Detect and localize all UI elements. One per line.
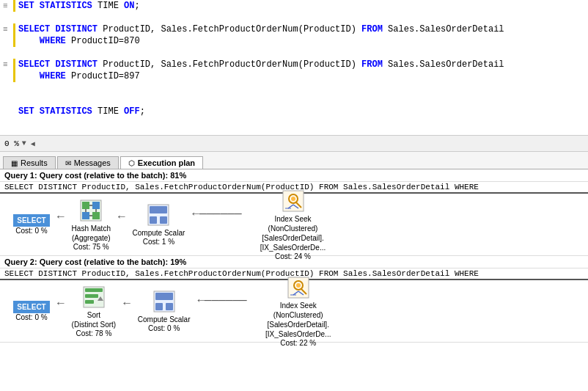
sql-line-4: WHERE ProductID=870 bbox=[0, 35, 588, 47]
sql-line-10: SET STATISTICS TIME OFF; bbox=[0, 106, 588, 117]
sql-text-10: SET STATISTICS TIME OFF; bbox=[18, 106, 585, 117]
line-marker-3: ≡ bbox=[3, 23, 13, 35]
sql-text-7: WHERE ProductID=897 bbox=[18, 70, 585, 82]
messages-icon: ✉ bbox=[65, 159, 71, 167]
results-area: Query 1: Query cost (relative to the bat… bbox=[0, 169, 588, 391]
zoom-dropdown[interactable]: ▼ bbox=[22, 139, 26, 147]
svg-rect-29 bbox=[166, 303, 173, 310]
compute-cost-1: Cost: 1 % bbox=[143, 238, 174, 246]
svg-rect-10 bbox=[150, 206, 167, 213]
compute-label-2: Compute Scalar bbox=[138, 315, 191, 324]
sql-line-empty-4 bbox=[0, 94, 588, 106]
arrow-2b: ← bbox=[123, 297, 131, 325]
index-label-2: Index Seek (NonClustered)[SalesOrderDeta… bbox=[254, 301, 342, 339]
svg-rect-1 bbox=[82, 202, 89, 209]
plan-node-compute-1: Compute Scalar Cost: 1 % bbox=[133, 203, 185, 246]
select-box-2: SELECT bbox=[13, 301, 50, 313]
tab-execution-plan[interactable]: ⬡ Execution plan bbox=[120, 156, 203, 169]
select-cost-2: Cost: 0 % bbox=[15, 313, 47, 321]
sort-label: Sort(Distinct Sort) bbox=[72, 310, 117, 329]
sql-text-4: WHERE ProductID=870 bbox=[18, 35, 585, 47]
plan-node-index-1: Index Seek (NonClustered)[SalesOrderDeta… bbox=[249, 189, 337, 260]
sql-line-empty-2 bbox=[0, 47, 588, 59]
compute-cost-2: Cost: 0 % bbox=[148, 324, 180, 332]
svg-point-16 bbox=[291, 197, 295, 201]
query1-plan: SELECT Cost: 0 % ← bbox=[0, 194, 588, 256]
zoom-percent: 0 % bbox=[4, 139, 19, 148]
sql-text-3: SELECT DISTINCT ProductID, Sales.FetchPr… bbox=[18, 23, 585, 35]
sql-line-empty-1 bbox=[0, 12, 588, 23]
sql-line-7: WHERE ProductID=897 bbox=[0, 70, 588, 82]
arrow-2a: ← bbox=[57, 297, 65, 325]
hash-icon-1 bbox=[79, 199, 103, 222]
arrow-1c: ←—————— bbox=[192, 208, 241, 241]
tab-messages[interactable]: ✉ Messages bbox=[57, 156, 119, 169]
scroll-right-arrow[interactable]: ◀ bbox=[31, 139, 35, 148]
compute-icon-1 bbox=[147, 203, 170, 227]
results-icon: ▦ bbox=[11, 159, 18, 167]
svg-rect-28 bbox=[155, 303, 163, 310]
sql-line-6: ≡ SELECT DISTINCT ProductID, Sales.Fetch… bbox=[0, 59, 588, 70]
plan-node-sort-2: Sort(Distinct Sort) Cost: 78 % bbox=[72, 285, 117, 337]
arrow-1b: ← bbox=[118, 211, 125, 238]
sql-line-3: ≡ SELECT DISTINCT ProductID, Sales.Fetch… bbox=[0, 23, 588, 35]
index-cost-1: Cost: 24 % bbox=[275, 252, 311, 260]
execution-plan-label: Execution plan bbox=[138, 158, 195, 167]
hash-cost-1: Cost: 75 % bbox=[73, 243, 109, 251]
index-cost-2: Cost: 22 % bbox=[280, 339, 316, 347]
line-marker-1: ≡ bbox=[3, 0, 13, 12]
index-icon-2 bbox=[287, 276, 310, 299]
messages-label: Messages bbox=[74, 158, 111, 167]
results-label: Results bbox=[21, 158, 48, 167]
svg-rect-4 bbox=[92, 212, 100, 219]
hash-label-1: Hash Match(Aggregate) bbox=[72, 224, 111, 243]
svg-rect-2 bbox=[92, 202, 100, 209]
sort-cost: Cost: 78 % bbox=[76, 329, 111, 337]
plan-node-index-2: Index Seek (NonClustered)[SalesOrderDeta… bbox=[254, 276, 342, 347]
svg-point-33 bbox=[296, 283, 301, 288]
query1-section: Query 1: Query cost (relative to the bat… bbox=[0, 169, 588, 256]
svg-rect-24 bbox=[85, 300, 94, 304]
plan-node-compute-2: Compute Scalar Cost: 0 % bbox=[138, 290, 191, 332]
sql-line-empty-3 bbox=[0, 82, 588, 94]
sql-text-6: SELECT DISTINCT ProductID, Sales.FetchPr… bbox=[18, 59, 585, 70]
svg-rect-23 bbox=[85, 294, 98, 298]
query2-section: Query 2: Query cost (relative to the bat… bbox=[0, 256, 588, 343]
svg-rect-27 bbox=[155, 293, 173, 300]
query2-plan: SELECT Cost: 0 % ← Sort(Distinct Sort) C… bbox=[0, 280, 588, 343]
sql-text-1: SET STATISTICS TIME ON; bbox=[18, 0, 585, 12]
plan-node-select-2: SELECT Cost: 0 % bbox=[13, 301, 50, 321]
index-icon-1 bbox=[282, 189, 305, 213]
toolbar-row: 0 % ▼ ◀ bbox=[0, 136, 588, 152]
select-cost-1: Cost: 0 % bbox=[15, 227, 47, 235]
svg-rect-12 bbox=[160, 216, 167, 224]
sort-icon bbox=[82, 285, 106, 309]
svg-rect-3 bbox=[82, 212, 89, 219]
select-box-1: SELECT bbox=[13, 214, 50, 227]
query1-header: Query 1: Query cost (relative to the bat… bbox=[0, 169, 588, 182]
plan-node-select-1: SELECT Cost: 0 % bbox=[13, 214, 50, 235]
line-marker-6: ≡ bbox=[3, 59, 13, 70]
sql-editor[interactable]: ≡ SET STATISTICS TIME ON; ≡ SELECT DISTI… bbox=[0, 0, 588, 136]
arrow-1a: ← bbox=[57, 211, 65, 238]
svg-rect-11 bbox=[150, 216, 157, 224]
index-label-1: Index Seek (NonClustered)[SalesOrderDeta… bbox=[249, 214, 337, 252]
compute-label-1: Compute Scalar bbox=[133, 228, 185, 238]
plan-node-hash-1: Hash Match(Aggregate) Cost: 75 % bbox=[72, 199, 111, 251]
sql-line-1: ≡ SET STATISTICS TIME ON; bbox=[0, 0, 588, 12]
compute-icon-2 bbox=[152, 290, 176, 313]
svg-rect-22 bbox=[85, 288, 103, 292]
tab-row: ▦ Results ✉ Messages ⬡ Execution plan bbox=[0, 152, 588, 169]
execution-plan-icon: ⬡ bbox=[128, 159, 135, 167]
tab-results[interactable]: ▦ Results bbox=[3, 156, 56, 169]
arrow-2c: ←—————— bbox=[197, 294, 246, 328]
